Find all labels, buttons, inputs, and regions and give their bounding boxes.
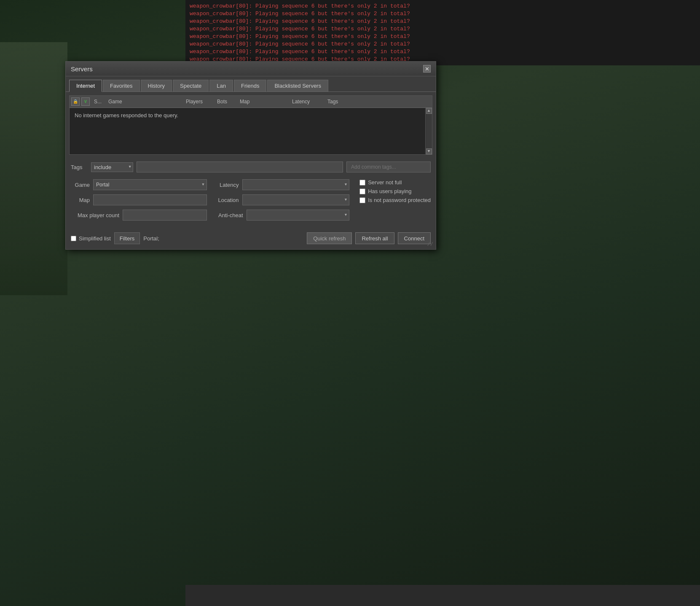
- map-label: Map: [71, 197, 90, 203]
- tab-history[interactable]: History: [141, 80, 172, 92]
- tabs-bar: Internet Favorites History Spectate Lan …: [66, 76, 436, 92]
- anticheat-select-wrapper: [247, 210, 350, 221]
- col-tags[interactable]: Tags: [325, 98, 430, 105]
- location-select-wrapper: [242, 194, 350, 205]
- lock-icon: 🔒: [71, 97, 80, 106]
- game-label: Game: [71, 182, 90, 188]
- table-header: 🔒 V S... Game Players Bots Map Latency T…: [70, 96, 432, 108]
- game-select-wrapper: Portal: [93, 179, 207, 190]
- col-latency[interactable]: Latency: [290, 98, 323, 105]
- bottom-controls: Simplified list Filters Portal; Quick re…: [66, 228, 436, 249]
- tags-input[interactable]: [137, 162, 343, 172]
- max-player-label: Max player count: [71, 212, 119, 218]
- location-select[interactable]: [242, 194, 350, 205]
- max-player-input[interactable]: [123, 210, 207, 221]
- tags-common-input[interactable]: [346, 162, 431, 172]
- max-player-row: Max player count: [71, 210, 207, 221]
- refresh-all-button[interactable]: Refresh all: [355, 232, 394, 244]
- servers-dialog: Servers ✕ Internet Favorites History Spe…: [65, 61, 436, 250]
- map-input[interactable]: [93, 194, 207, 205]
- dialog-titlebar: Servers ✕: [66, 62, 436, 76]
- not-password-label: Is not password protected: [368, 197, 431, 203]
- server-table: 🔒 V S... Game Players Bots Map Latency T…: [69, 95, 432, 155]
- console-line: weapon_crowbar[80]: Playing sequence 6 b…: [190, 25, 696, 33]
- console-line: weapon_crowbar[80]: Playing sequence 6 b…: [190, 33, 696, 40]
- resize-handle[interactable]: //: [427, 242, 433, 248]
- has-users-playing-row: Has users playing: [359, 188, 431, 194]
- col-game[interactable]: Game: [106, 98, 182, 105]
- filters-button[interactable]: Filters: [114, 232, 140, 244]
- tab-blacklisted[interactable]: Blacklisted Servers: [267, 80, 328, 92]
- table-empty-message: No internet games responded to the query…: [70, 108, 432, 123]
- console-line: weapon_crowbar[80]: Playing sequence 6 b…: [190, 10, 696, 18]
- has-users-playing-label: Has users playing: [368, 188, 411, 194]
- tags-mode-wrapper: include exclude: [91, 162, 133, 172]
- connect-button[interactable]: Connect: [398, 232, 431, 244]
- location-label: Location: [214, 197, 239, 203]
- not-password-row: Is not password protected: [359, 197, 431, 203]
- tab-internet[interactable]: Internet: [69, 80, 102, 92]
- tab-friends[interactable]: Friends: [234, 80, 266, 92]
- latency-select[interactable]: [242, 179, 350, 190]
- col-map[interactable]: Map: [237, 98, 288, 105]
- console-line: weapon_crowbar[80]: Playing sequence 6 b…: [190, 48, 696, 56]
- server-not-full-label: Server not full: [368, 179, 402, 186]
- scroll-up-arrow[interactable]: ▲: [426, 108, 432, 114]
- col-players[interactable]: Players: [183, 98, 213, 105]
- dialog-title: Servers: [71, 65, 93, 73]
- col-s[interactable]: S...: [91, 98, 104, 105]
- filter-value-display: Portal;: [143, 235, 303, 242]
- bottom-status-bar: [185, 585, 700, 606]
- tab-lan[interactable]: Lan: [209, 80, 233, 92]
- close-button[interactable]: ✕: [423, 65, 431, 73]
- filters-section: Tags include exclude Game Portal: [66, 158, 436, 228]
- checkboxes-col: Server not full Has users playing Is not…: [356, 179, 431, 221]
- tags-label: Tags: [71, 164, 88, 170]
- location-filter-row: Location: [214, 194, 350, 205]
- game-select[interactable]: Portal: [93, 179, 207, 190]
- col-bots[interactable]: Bots: [215, 98, 236, 105]
- anticheat-label: Anti-cheat: [214, 212, 243, 218]
- tab-favorites[interactable]: Favorites: [103, 80, 139, 92]
- scroll-down-arrow[interactable]: ▼: [426, 148, 432, 154]
- map-filter-row: Map: [71, 194, 207, 205]
- quick-refresh-button[interactable]: Quick refresh: [307, 232, 352, 244]
- simplified-list-row: Simplified list: [71, 235, 111, 242]
- left-panel-bg: [0, 42, 67, 295]
- tab-spectate[interactable]: Spectate: [173, 80, 209, 92]
- latency-label: Latency: [214, 182, 239, 188]
- console-line: weapon_crowbar[80]: Playing sequence 6 b…: [190, 18, 696, 25]
- not-password-checkbox[interactable]: [359, 197, 365, 203]
- scroll-track[interactable]: [426, 114, 432, 148]
- simplified-list-checkbox[interactable]: [71, 236, 76, 241]
- vac-icon: V: [81, 97, 90, 106]
- console-line: weapon_crowbar[80]: Playing sequence 6 b…: [190, 3, 696, 10]
- anticheat-select[interactable]: [247, 210, 350, 221]
- tags-row: Tags include exclude: [71, 162, 431, 172]
- console-log: weapon_crowbar[80]: Playing sequence 6 b…: [185, 0, 700, 65]
- simplified-list-label: Simplified list: [79, 235, 111, 242]
- tags-mode-select[interactable]: include exclude: [91, 162, 133, 172]
- game-filter-row: Game Portal: [71, 179, 207, 190]
- console-line: weapon_crowbar[80]: Playing sequence 6 b…: [190, 40, 696, 48]
- table-scroll-area[interactable]: No internet games responded to the query…: [70, 108, 432, 154]
- server-not-full-checkbox[interactable]: [359, 180, 365, 186]
- latency-filter-row: Latency: [214, 179, 350, 190]
- anticheat-filter-row: Anti-cheat: [214, 210, 350, 221]
- has-users-playing-checkbox[interactable]: [359, 189, 365, 194]
- server-not-full-row: Server not full: [359, 179, 431, 186]
- latency-select-wrapper: [242, 179, 350, 190]
- vertical-scrollbar[interactable]: ▲ ▼: [425, 108, 432, 154]
